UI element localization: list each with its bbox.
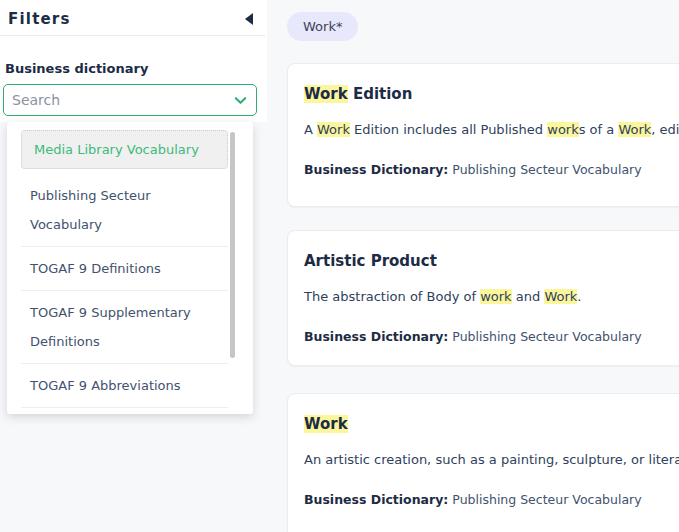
- highlighted-text: Work: [544, 289, 577, 304]
- result-description: The abstraction of Body of work and Work…: [304, 288, 679, 306]
- filters-title: Filters: [8, 10, 71, 28]
- result-meta: Business Dictionary:Publishing Secteur V…: [304, 329, 679, 344]
- text: .: [577, 289, 581, 304]
- divider: [0, 35, 265, 36]
- meta-value: Publishing Secteur Vocabulary: [452, 162, 641, 177]
- text: Edition includes all Published: [350, 122, 547, 137]
- collapse-sidebar-icon[interactable]: [245, 13, 253, 25]
- text: A: [304, 122, 317, 137]
- dictionary-search-combobox[interactable]: [3, 84, 257, 116]
- dropdown-option-media-library-vocabulary[interactable]: Media Library Vocabulary: [21, 130, 228, 169]
- dropdown-scrollbar[interactable]: [230, 132, 235, 358]
- highlighted-text: Work: [618, 122, 651, 137]
- text: Artistic Product: [304, 252, 437, 270]
- filters-header: Filters: [8, 8, 253, 30]
- text: s of a: [579, 122, 619, 137]
- chevron-down-icon: [233, 93, 248, 108]
- active-search-term-chip[interactable]: Work*: [287, 12, 358, 41]
- glossary-search-page: { "colors": { "accent_green": "#2fae72",…: [0, 0, 679, 532]
- dropdown-option-togaf-9-supplementary-definitions[interactable]: TOGAF 9 Supplementary Definitions: [21, 291, 228, 364]
- text: Edition: [348, 85, 413, 103]
- highlighted-text: Work: [304, 85, 348, 103]
- result-meta: Business Dictionary:Publishing Secteur V…: [304, 492, 679, 507]
- result-card: Work An artistic creation, such as a pai…: [287, 393, 679, 532]
- business-dictionary-label: Business dictionary: [5, 61, 148, 76]
- text: The abstraction of Body of: [304, 289, 480, 304]
- highlighted-text: Work: [317, 122, 350, 137]
- meta-label: Business Dictionary:: [304, 492, 448, 507]
- dictionary-search-input[interactable]: [12, 92, 227, 108]
- result-title[interactable]: Work Edition: [304, 84, 679, 104]
- meta-label: Business Dictionary:: [304, 329, 448, 344]
- highlighted-text: Work: [304, 415, 348, 433]
- result-description: A Work Edition includes all Published wo…: [304, 121, 679, 139]
- text: An artistic creation, such as a painting…: [304, 452, 679, 467]
- dropdown-option-togaf-9-definitions[interactable]: TOGAF 9 Definitions: [21, 247, 228, 291]
- text: , edited: [651, 122, 679, 137]
- highlighted-text: work: [480, 289, 511, 304]
- meta-label: Business Dictionary:: [304, 162, 448, 177]
- result-description: An artistic creation, such as a painting…: [304, 451, 679, 469]
- filters-sidebar: Filters Business dictionary: [0, 0, 267, 122]
- result-title[interactable]: Work: [304, 414, 679, 434]
- highlighted-text: work: [547, 122, 578, 137]
- text: and: [512, 289, 545, 304]
- meta-value: Publishing Secteur Vocabulary: [452, 492, 641, 507]
- meta-value: Publishing Secteur Vocabulary: [452, 329, 641, 344]
- dropdown-option-togaf-9-abbreviations[interactable]: TOGAF 9 Abbreviations: [21, 364, 228, 408]
- result-card: Artistic Product The abstraction of Body…: [287, 230, 679, 366]
- result-title[interactable]: Artistic Product: [304, 251, 679, 271]
- result-card: Work Edition A Work Edition includes all…: [287, 63, 679, 207]
- dropdown-option-publishing-secteur-vocabulary[interactable]: Publishing Secteur Vocabulary: [21, 174, 228, 247]
- result-meta: Business Dictionary:Publishing Secteur V…: [304, 162, 679, 177]
- dictionary-options-dropdown: Media Library Vocabulary Publishing Sect…: [7, 122, 253, 414]
